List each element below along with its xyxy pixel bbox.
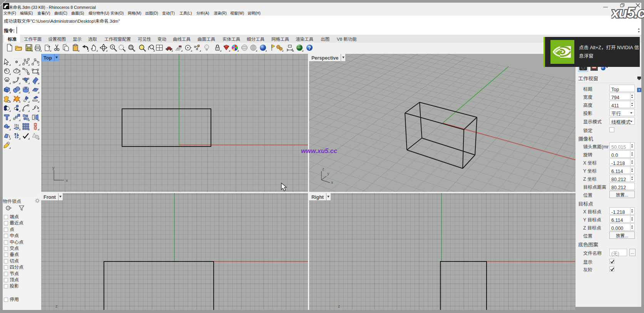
svg-text:z: z [338, 304, 340, 308]
svg-text:x: x [66, 178, 68, 183]
svg-text:?: ? [638, 88, 640, 92]
svg-text:?: ? [308, 45, 311, 51]
svg-text:z: z [55, 304, 58, 308]
svg-text:xu5.c: xu5.c [611, 5, 644, 21]
svg-text:x: x [331, 180, 333, 185]
svg-text:y: y [52, 165, 55, 170]
svg-text:y: y [327, 171, 330, 176]
svg-text:z: z [322, 166, 325, 171]
